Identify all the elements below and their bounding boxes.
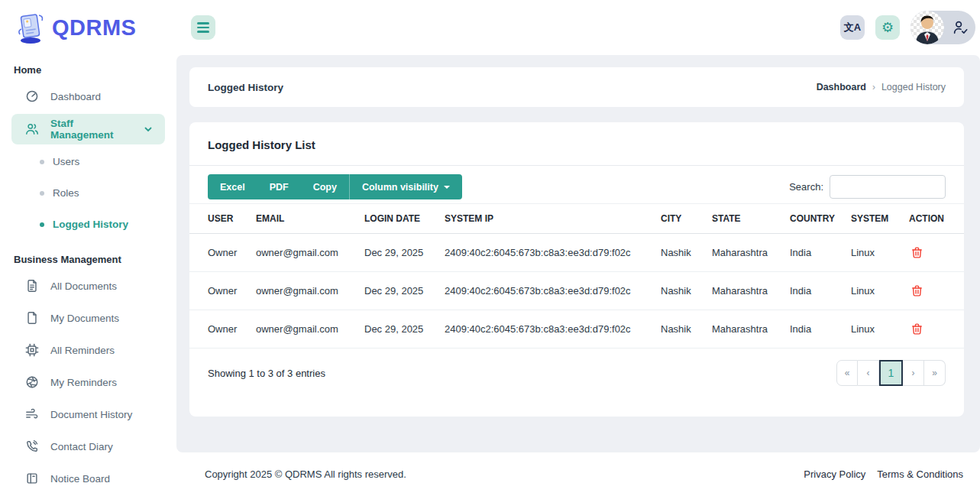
sidebar-item-roles[interactable]: Roles <box>0 177 176 209</box>
sidebar-item-label: Document History <box>50 409 132 420</box>
search-input[interactable] <box>830 175 946 199</box>
sidebar-item-document-history[interactable]: Document History <box>0 398 176 430</box>
avatar <box>910 11 944 44</box>
brand-name: QDRMS <box>52 15 136 41</box>
bullet-icon <box>40 160 44 164</box>
col-login-date: LOGIN DATE <box>364 204 445 234</box>
privacy-policy-link[interactable]: Privacy Policy <box>804 468 865 480</box>
users-icon <box>25 122 39 136</box>
language-button[interactable]: 文A <box>840 15 865 40</box>
pagination-next-button[interactable]: › <box>903 360 924 386</box>
cell-city: Nashik <box>661 234 712 272</box>
table-row: Owner owner@gmail.com Dec 29, 2025 2409:… <box>189 310 964 348</box>
notice-board-icon <box>25 472 39 485</box>
gear-icon: ⚙ <box>881 21 894 34</box>
sidebar-item-label: Dashboard <box>50 91 101 102</box>
sidebar-item-dashboard[interactable]: Dashboard <box>0 80 176 112</box>
sidebar-item-all-documents[interactable]: All Documents <box>0 270 176 302</box>
entries-summary: Showing 1 to 3 of 3 entries <box>208 368 325 379</box>
breadcrumb-dashboard-link[interactable]: Dashboard <box>817 82 866 92</box>
column-visibility-button[interactable]: Column visibility <box>349 174 462 199</box>
profile-menu-button[interactable] <box>910 11 975 44</box>
sidebar-item-label: Users <box>53 156 79 167</box>
phone-call-icon <box>25 439 39 453</box>
sidebar-item-notice-board[interactable]: Notice Board <box>0 462 176 494</box>
logged-history-table: USER EMAIL LOGIN DATE SYSTEM IP CITY STA… <box>189 203 964 348</box>
cell-country: India <box>790 272 851 310</box>
pagination-first-button[interactable]: « <box>836 360 858 386</box>
cell-country: India <box>790 310 851 348</box>
cell-login-date: Dec 29, 2025 <box>364 272 445 310</box>
sidebar-item-my-reminders[interactable]: My Reminders <box>0 366 176 398</box>
sidebar-toggle-button[interactable] <box>191 15 215 40</box>
table-footer: Showing 1 to 3 of 3 entries « ‹ 1 › » <box>189 348 964 386</box>
pagination: « ‹ 1 › » <box>836 360 946 386</box>
cell-login-date: Dec 29, 2025 <box>364 310 445 348</box>
sidebar-item-label: My Reminders <box>50 377 117 388</box>
cell-email: owner@gmail.com <box>256 234 364 272</box>
pagination-page-1-button[interactable]: 1 <box>879 360 903 386</box>
col-system-ip: SYSTEM IP <box>445 204 661 234</box>
terms-conditions-link[interactable]: Terms & Conditions <box>877 468 963 480</box>
sidebar-item-contact-diary[interactable]: Contact Diary <box>0 430 176 462</box>
col-system: SYSTEM <box>851 204 909 234</box>
col-state: STATE <box>712 204 790 234</box>
delete-button[interactable] <box>909 245 925 261</box>
settings-button[interactable]: ⚙ <box>875 15 900 40</box>
col-email: EMAIL <box>256 204 364 234</box>
sidebar-item-all-reminders[interactable]: All Reminders <box>0 334 176 366</box>
sidebar: QDRMS Home Dashboard Staff Management <box>0 0 176 496</box>
cell-user: Owner <box>189 310 256 348</box>
cell-state: Maharashtra <box>712 272 790 310</box>
trash-icon <box>910 284 923 297</box>
sidebar-item-logged-history[interactable]: Logged History <box>0 209 176 240</box>
cell-email: owner@gmail.com <box>256 310 364 348</box>
file-icon <box>25 311 39 325</box>
brand-logo[interactable]: QDRMS <box>0 0 176 55</box>
sidebar-item-label: Logged History <box>53 219 128 230</box>
footer-links: Privacy Policy Terms & Conditions <box>804 468 963 480</box>
breadcrumb-current: Logged History <box>881 82 946 92</box>
breadcrumb: Dashboard › Logged History <box>817 82 946 92</box>
breadcrumb-bar: Logged History Dashboard › Logged Histor… <box>189 67 964 107</box>
column-visibility-label: Column visibility <box>362 182 438 193</box>
cpu-icon <box>25 343 39 357</box>
col-city: CITY <box>661 204 712 234</box>
cell-login-date: Dec 29, 2025 <box>364 234 445 272</box>
sidebar-section-home: Home <box>0 55 176 80</box>
sidebar-section-business: Business Management <box>0 240 176 270</box>
pagination-prev-button[interactable]: ‹ <box>858 360 879 386</box>
user-check-icon <box>952 19 969 36</box>
content-area: Logged History Dashboard › Logged Histor… <box>176 55 980 452</box>
cell-system: Linux <box>851 272 909 310</box>
delete-button[interactable] <box>909 283 925 299</box>
sidebar-item-label: Contact Diary <box>50 441 113 452</box>
cell-user: Owner <box>189 272 256 310</box>
sidebar-item-label: Roles <box>53 187 79 199</box>
search-label: Search: <box>789 181 823 193</box>
copy-button[interactable]: Copy <box>301 174 349 199</box>
sidebar-item-label: All Documents <box>50 280 117 292</box>
cell-state: Maharashtra <box>712 234 790 272</box>
main-column: 文A ⚙ <box>176 0 980 496</box>
chevron-down-icon <box>144 125 153 134</box>
sidebar-item-staff-management[interactable]: Staff Management <box>11 114 165 144</box>
cell-system: Linux <box>851 310 909 348</box>
sidebar-item-users[interactable]: Users <box>0 146 176 177</box>
app-window: QDRMS Home Dashboard Staff Management <box>0 0 980 496</box>
excel-button[interactable]: Excel <box>208 174 257 199</box>
card-header: Logged History List <box>189 122 964 166</box>
delete-button[interactable] <box>909 321 925 337</box>
cell-system-ip: 2409:40c2:6045:673b:c8a3:ee3d:d79:f02c <box>445 272 661 310</box>
cell-system-ip: 2409:40c2:6045:673b:c8a3:ee3d:d79:f02c <box>445 310 661 348</box>
pagination-last-button[interactable]: » <box>924 360 946 386</box>
trash-icon <box>910 323 923 336</box>
pdf-button[interactable]: PDF <box>257 174 301 199</box>
footer: Copyright 2025 © QDRMS All rights reserv… <box>176 452 980 496</box>
sidebar-item-my-documents[interactable]: My Documents <box>0 302 176 334</box>
card-title: Logged History List <box>208 138 315 151</box>
col-action: ACTION <box>909 204 964 234</box>
translate-icon: 文A <box>844 21 861 34</box>
aperture-icon <box>25 375 39 389</box>
table-toolbar: Excel PDF Copy Column visibility Search: <box>189 166 964 203</box>
